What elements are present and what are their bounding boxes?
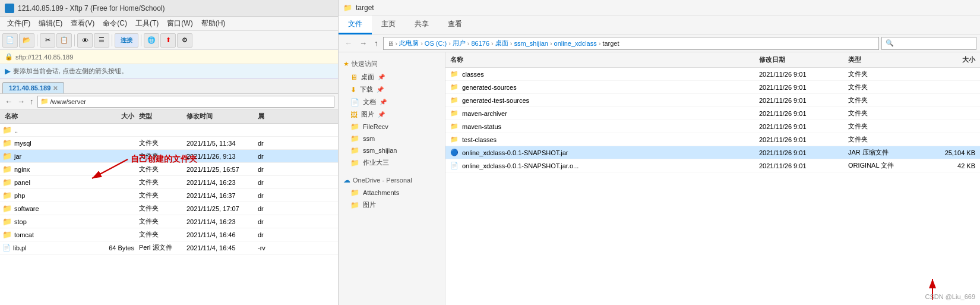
- table-row[interactable]: 📁software 文件夹 2021/11/25, 17:07 dr: [0, 202, 338, 215]
- menu-tools[interactable]: 工具(T): [132, 17, 162, 30]
- docs-folder-icon: 📄: [350, 98, 359, 106]
- nav-forward-btn[interactable]: →: [357, 37, 369, 49]
- explorer-search[interactable]: 🔍: [881, 37, 976, 50]
- menu-file[interactable]: 文件(F): [4, 17, 34, 30]
- tab-close-icon[interactable]: ✕: [53, 85, 58, 92]
- xftp-tabs: 121.40.85.189 ✕: [0, 78, 338, 94]
- menu-edit[interactable]: 编辑(E): [35, 17, 66, 30]
- table-row[interactable]: 📁generated-sources 2021/11/26 9:01 文件夹: [445, 81, 980, 94]
- toolbar-sep4: [141, 34, 141, 46]
- sidebar-item-download[interactable]: ⬇ 下载 📌: [339, 83, 445, 96]
- sidebar-item-ssm[interactable]: 📁 ssm: [339, 133, 445, 144]
- table-row[interactable]: 📁maven-status 2021/11/26 9:01 文件夹: [445, 120, 980, 133]
- table-row[interactable]: 📁nginx 文件夹 2021/11/25, 16:57 dr: [0, 163, 338, 176]
- sidebar-item-homework[interactable]: 📁 作业大三: [339, 156, 445, 169]
- table-row[interactable]: 📄lib.pl 64 Bytes Perl 源文件 2021/11/4, 16:…: [0, 241, 338, 254]
- toolbar-transfer[interactable]: ⬆: [160, 33, 176, 48]
- desktop-folder-icon: 🖥: [350, 73, 358, 81]
- menu-window[interactable]: 窗口(W): [163, 17, 196, 30]
- folder-icon: 📁: [2, 139, 12, 147]
- col-header-date: 修改日期: [754, 55, 843, 64]
- ribbon-tab-share[interactable]: 共享: [405, 15, 438, 34]
- lock-icon: 🔒: [5, 53, 13, 61]
- table-row[interactable]: 📁jar 文件夹 2021/11/26, 9:13 dr: [0, 150, 338, 163]
- ribbon-tab-home[interactable]: 主页: [372, 15, 405, 34]
- folder-icon: 📁: [450, 109, 459, 117]
- table-row[interactable]: 📁classes 2021/11/26 9:01 文件夹: [445, 68, 980, 81]
- nav-back[interactable]: ←: [4, 97, 14, 106]
- toolbar-list[interactable]: ☰: [94, 33, 109, 48]
- xftp-session-tab[interactable]: 121.40.85.189 ✕: [2, 82, 64, 93]
- table-row[interactable]: 📁stop 文件夹 2021/11/4, 16:23 dr: [0, 215, 338, 228]
- bc-ssm-shijian[interactable]: ssm_shijian: [514, 40, 548, 47]
- nav-forward[interactable]: →: [16, 97, 26, 106]
- nav-back-btn[interactable]: ←: [342, 37, 355, 49]
- toolbar-copy[interactable]: 📋: [56, 33, 72, 48]
- pin-icon: 📌: [378, 111, 385, 118]
- toolbar-view[interactable]: 👁: [77, 33, 93, 48]
- folder-icon: 📁: [450, 96, 459, 104]
- sidebar-item-docs[interactable]: 📄 文档 📌: [339, 96, 445, 108]
- path-text: /www/server: [50, 98, 87, 105]
- xftp-connection-bar: 🔒 sftp://121.40.85.189: [0, 50, 338, 64]
- header-name: 名称: [0, 112, 95, 121]
- ssm-folder-icon: 📁: [350, 134, 359, 143]
- explorer-sidebar: ★ 快速访问 🖥 桌面 📌 ⬇ 下载 📌 📄: [339, 52, 445, 305]
- pathbar-input[interactable]: 📁 /www/server: [37, 96, 335, 108]
- nav-up[interactable]: ↑: [29, 97, 35, 106]
- table-row[interactable]: 📁..: [0, 124, 338, 137]
- bc-this-pc[interactable]: 此电脑: [399, 39, 419, 48]
- sidebar-item-od-pictures[interactable]: 📁 图片: [339, 199, 445, 211]
- table-row[interactable]: 📁panel 文件夹 2021/11/4, 16:23 dr: [0, 176, 338, 189]
- table-row[interactable]: 📁mysql 文件夹 2021/11/5, 11:34 dr: [0, 137, 338, 150]
- bc-sep0: ›: [396, 40, 398, 47]
- bc-desktop[interactable]: 桌面: [495, 39, 508, 48]
- toolbar-globe[interactable]: 🌐: [144, 33, 159, 48]
- xftp-file-header: 名称 大小 类型 修改时间 属: [0, 109, 338, 124]
- sidebar-item-filerecv[interactable]: 📁 FileRecv: [339, 121, 445, 133]
- search-icon: 🔍: [886, 39, 894, 47]
- table-row[interactable]: 📁tomcat 文件夹 2021/11/4, 16:46 dr: [0, 228, 338, 241]
- table-row[interactable]: 📄online_xdclass-0.0.1-SNAPSHOT.jar.o... …: [445, 159, 980, 172]
- sidebar-item-attachments[interactable]: 📁 Attachments: [339, 187, 445, 199]
- toolbar-new[interactable]: 📄: [2, 33, 18, 48]
- folder-icon: 📁: [2, 204, 12, 213]
- table-row[interactable]: 🔵online_xdclass-0.0.1-SNAPSHOT.jar 2021/…: [445, 146, 980, 159]
- menu-help[interactable]: 帮助(H): [198, 17, 229, 30]
- explorer-panel: 📁 target 文件 主页 共享 查看 ← → ↑ 🖥 › 此电脑 › OS …: [339, 0, 980, 305]
- folder-icon: 📁: [2, 217, 12, 226]
- toolbar-connect[interactable]: 连接: [115, 33, 138, 48]
- menu-view[interactable]: 查看(V): [67, 17, 98, 30]
- breadcrumb-bar[interactable]: 🖥 › 此电脑 › OS (C:) › 用户 › 86176 › 桌面 › ss…: [383, 37, 880, 50]
- sidebar-item-ssm-shijian[interactable]: 📁 ssm_shijian: [339, 144, 445, 156]
- menu-command[interactable]: 命令(C): [99, 17, 131, 30]
- bc-os-c[interactable]: OS (C:): [425, 40, 447, 47]
- nav-up-btn[interactable]: ↑: [372, 37, 381, 49]
- bc-86176[interactable]: 86176: [471, 40, 489, 47]
- bc-target: target: [602, 40, 619, 47]
- toolbar-open[interactable]: 📂: [19, 33, 34, 48]
- toolbar-cut[interactable]: ✂: [40, 33, 55, 48]
- sidebar-item-desktop[interactable]: 🖥 桌面 📌: [339, 71, 445, 83]
- pictures-folder-icon: 🖼: [350, 111, 358, 119]
- sidebar-item-pictures[interactable]: 🖼 图片 📌: [339, 108, 445, 121]
- bc-sep2: ›: [448, 40, 451, 47]
- toolbar-settings[interactable]: ⚙: [177, 33, 192, 48]
- ribbon-tab-file[interactable]: 文件: [339, 15, 372, 34]
- tab-label: 121.40.85.189: [9, 84, 50, 92]
- bc-user[interactable]: 用户: [453, 39, 466, 48]
- toolbar-sep2: [74, 34, 75, 46]
- table-row[interactable]: 📁maven-archiver 2021/11/26 9:01 文件夹: [445, 107, 980, 120]
- od-pictures-folder-icon: 📁: [350, 201, 359, 209]
- onedrive-header: ☁ OneDrive - Personal: [339, 174, 445, 187]
- table-row[interactable]: 📁generated-test-sources 2021/11/26 9:01 …: [445, 94, 980, 107]
- pin-icon: 📌: [380, 99, 387, 105]
- cloud-icon: ☁: [343, 176, 350, 184]
- homework-folder-icon: 📁: [350, 159, 359, 167]
- pin-icon: 📌: [377, 86, 384, 93]
- table-row[interactable]: 📁php 文件夹 2021/11/4, 16:37 dr: [0, 189, 338, 202]
- xftp-toolbar: 📄 📂 ✂ 📋 👁 ☰ 连接 🌐 ⬆ ⚙: [0, 31, 338, 50]
- ribbon-tab-view[interactable]: 查看: [438, 15, 472, 34]
- bc-online-xdclass[interactable]: online_xdclass: [554, 40, 597, 47]
- table-row[interactable]: 📁test-classes 2021/11/26 9:01 文件夹: [445, 133, 980, 146]
